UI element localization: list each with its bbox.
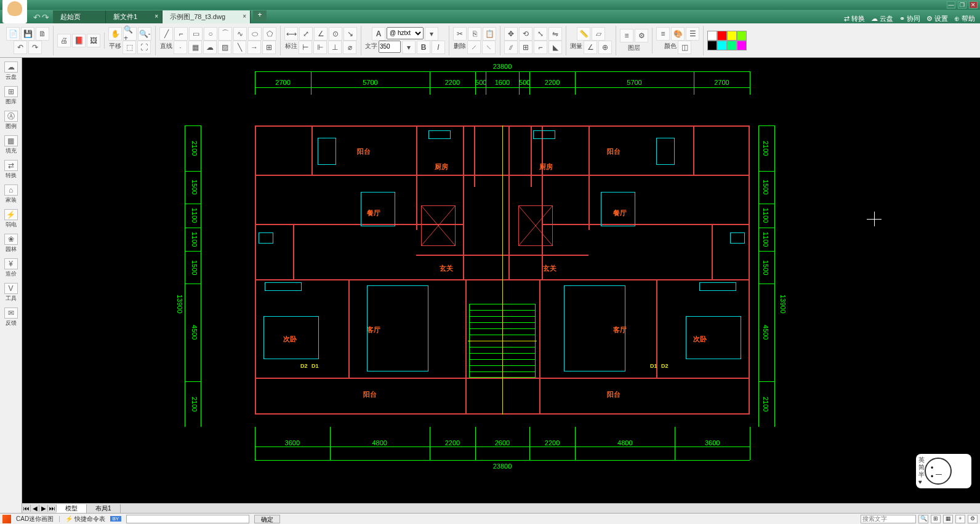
polygon-button[interactable]: ⬠: [263, 27, 276, 41]
color-swatch[interactable]: [727, 31, 737, 41]
side-feedback[interactable]: ✉反馈: [1, 306, 21, 328]
bold-button[interactable]: B: [417, 41, 430, 54]
chamfer-button[interactable]: ◣: [548, 41, 562, 54]
zoom-window-button[interactable]: ⬚: [122, 41, 136, 54]
font-dropdown-icon[interactable]: ▾: [425, 27, 438, 41]
paste-button[interactable]: 📋: [483, 27, 496, 41]
color-swatch[interactable]: [737, 31, 747, 41]
dim-baseline-button[interactable]: ⊩: [313, 41, 327, 54]
polyline-button[interactable]: ⌐: [174, 27, 188, 41]
dim-linear-button[interactable]: ⟷: [284, 27, 298, 41]
print-button[interactable]: 🖨: [57, 34, 71, 47]
color-swatch[interactable]: [707, 41, 717, 50]
layout-tab-layout1[interactable]: 布局1: [87, 504, 121, 513]
ok-button[interactable]: 确定: [254, 515, 280, 523]
tab-file1[interactable]: 新文件1×: [106, 10, 163, 23]
side-legend[interactable]: Ⓐ图例: [1, 109, 21, 132]
minimize-button[interactable]: —: [947, 1, 955, 9]
dim-angular-button[interactable]: ∠: [314, 27, 327, 41]
layout-prev-button[interactable]: ◀: [31, 505, 39, 512]
command-input[interactable]: [126, 515, 249, 523]
tab-close-icon[interactable]: ×: [243, 13, 246, 20]
copy-button[interactable]: ⎘: [468, 27, 481, 41]
menu-help[interactable]: ⊕ 帮助: [954, 14, 975, 23]
construction-line-button[interactable]: ╲: [233, 41, 246, 54]
side-price[interactable]: ¥造价: [1, 257, 21, 279]
save-as-button[interactable]: 🗎: [36, 27, 49, 41]
extend-button[interactable]: ⟍: [482, 41, 496, 54]
hatch-button[interactable]: ▦: [188, 41, 202, 54]
circle-button[interactable]: ○: [204, 27, 217, 41]
layer-prop-button[interactable]: ⚙: [635, 29, 648, 42]
drawing-canvas[interactable]: 23800 2700570022005001600500220057002700…: [22, 58, 980, 513]
export-pdf-button[interactable]: 📕: [72, 34, 86, 47]
color-swatch[interactable]: [727, 41, 737, 50]
dim-aligned-button[interactable]: ⤢: [299, 27, 313, 41]
rect-button[interactable]: ▭: [189, 27, 203, 41]
dim-leader-button[interactable]: ↘: [343, 27, 357, 41]
ellipse-button[interactable]: ⬭: [248, 27, 262, 41]
zoom-in-button[interactable]: 🔍+: [123, 27, 137, 41]
color-wheel-icon[interactable]: 🎨: [671, 27, 685, 41]
tab-close-icon[interactable]: ×: [155, 13, 158, 20]
new-tab-button[interactable]: +: [253, 10, 267, 22]
measure-angle-button[interactable]: ∠: [584, 41, 597, 54]
layout-first-button[interactable]: ⏮: [22, 505, 31, 512]
color-swatch[interactable]: [717, 31, 727, 41]
status-settings-button[interactable]: ⚙: [968, 515, 978, 523]
side-cloud[interactable]: ☁云盘: [1, 60, 21, 82]
scale-button[interactable]: ⤡: [534, 27, 547, 41]
menu-cloud[interactable]: ☁ 云盘: [871, 14, 893, 23]
array-button[interactable]: ⊞: [519, 41, 532, 54]
block-button[interactable]: ◫: [678, 41, 691, 54]
search-input[interactable]: [861, 515, 916, 523]
dim-radius-button[interactable]: ⊙: [329, 27, 342, 41]
font-select[interactable]: @ hztxt: [387, 27, 424, 39]
text-button[interactable]: A: [372, 27, 385, 41]
table-button[interactable]: ⊞: [262, 41, 276, 54]
point-button[interactable]: ·: [174, 41, 187, 54]
color-swatch[interactable]: [717, 41, 727, 50]
ime-helper[interactable]: 英 简 半 ♥: [916, 454, 971, 488]
delete-button[interactable]: ✂: [453, 27, 467, 41]
status-grid-toggle[interactable]: ▦: [943, 515, 953, 523]
export-image-button[interactable]: 🖼: [87, 34, 100, 47]
redo-button[interactable]: ↷: [28, 41, 42, 54]
zoom-out-button[interactable]: 🔍-: [138, 27, 151, 41]
move-button[interactable]: ✥: [504, 27, 518, 41]
lineweight-button[interactable]: ☰: [686, 27, 699, 41]
linetype-button[interactable]: ≡: [656, 27, 670, 41]
menu-settings[interactable]: ⚙ 设置: [926, 14, 948, 23]
side-garden[interactable]: ❀园林: [1, 232, 21, 255]
color-swatch[interactable]: [737, 41, 747, 50]
layer-button[interactable]: ≡: [620, 29, 633, 42]
size-dropdown-icon[interactable]: ▾: [402, 41, 416, 54]
layout-tab-model[interactable]: 模型: [57, 504, 87, 513]
layout-last-button[interactable]: ⏭: [48, 505, 57, 512]
measure-area-button[interactable]: ▱: [592, 27, 605, 41]
pan-button[interactable]: ✋: [108, 27, 122, 41]
nav-forward-icon[interactable]: ↷: [42, 12, 49, 22]
offset-button[interactable]: ⫽: [504, 41, 518, 54]
side-convert[interactable]: ⇄转换: [1, 159, 21, 181]
menu-convert[interactable]: ⇄ 转换: [844, 14, 865, 23]
color-swatch[interactable]: [707, 31, 717, 41]
status-snap-toggle[interactable]: ⊞: [931, 515, 941, 523]
trim-button[interactable]: ⟋: [467, 41, 481, 54]
rotate-button[interactable]: ⟲: [519, 27, 532, 41]
menu-collab[interactable]: ⚭ 协同: [899, 14, 920, 23]
cloud-button[interactable]: ☁: [203, 41, 217, 54]
dim-continue-button[interactable]: ⊢: [299, 41, 312, 54]
arc-button[interactable]: ⌒: [219, 27, 232, 41]
region-button[interactable]: ▨: [218, 41, 231, 54]
measure-id-button[interactable]: ⊕: [598, 41, 612, 54]
restore-button[interactable]: ❐: [958, 1, 966, 9]
undo-button[interactable]: ↶: [14, 41, 27, 54]
line-button[interactable]: ╱: [159, 27, 173, 41]
side-tools[interactable]: V工具: [1, 282, 21, 304]
tab-active-file[interactable]: 示例图_78_t3.dwg×: [163, 10, 251, 23]
side-library[interactable]: ⊞图库: [1, 85, 21, 107]
status-add-button[interactable]: +: [955, 515, 965, 523]
measure-dist-button[interactable]: 📏: [577, 27, 590, 41]
side-elec[interactable]: ⚡弱电: [1, 208, 21, 230]
